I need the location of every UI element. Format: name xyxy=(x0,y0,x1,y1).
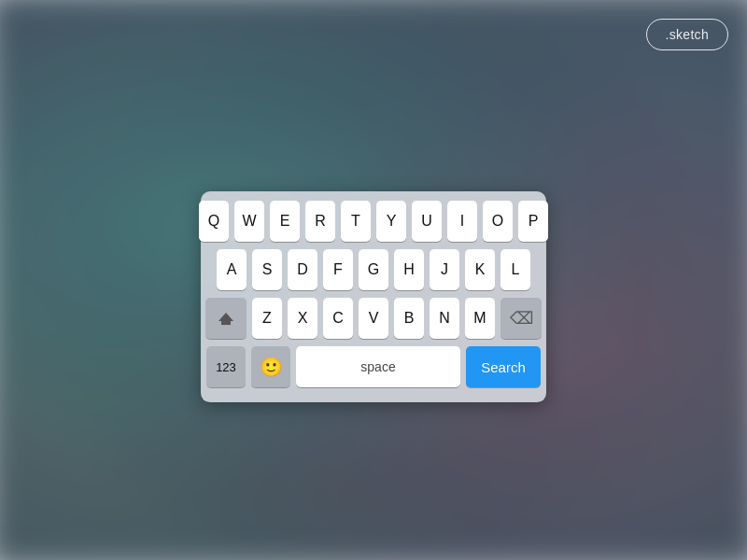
keyboard-row-4: 123 🙂 space Search xyxy=(206,346,541,387)
key-p[interactable]: P xyxy=(518,201,548,242)
key-m[interactable]: M xyxy=(465,298,495,339)
key-k[interactable]: K xyxy=(465,249,495,290)
key-n[interactable]: N xyxy=(430,298,459,339)
key-b[interactable]: B xyxy=(394,298,424,339)
key-l[interactable]: L xyxy=(500,249,530,290)
space-key[interactable]: space xyxy=(296,346,460,387)
key-f[interactable]: F xyxy=(323,249,353,290)
key-v[interactable]: V xyxy=(359,298,388,339)
key-d[interactable]: D xyxy=(288,249,317,290)
key-z[interactable]: Z xyxy=(252,298,282,339)
key-y[interactable]: Y xyxy=(376,201,406,242)
emoji-key[interactable]: 🙂 xyxy=(251,346,290,387)
key-q[interactable]: Q xyxy=(199,201,229,242)
key-a[interactable]: A xyxy=(217,249,247,290)
key-u[interactable]: U xyxy=(412,201,442,242)
numeric-key[interactable]: 123 xyxy=(206,346,246,387)
keyboard-row-1: Q W E R T Y U I O P xyxy=(206,201,541,242)
key-r[interactable]: R xyxy=(305,201,335,242)
key-c[interactable]: C xyxy=(323,298,353,339)
keyboard: Q W E R T Y U I O P A S D F G H J K L Z … xyxy=(201,191,546,402)
key-h[interactable]: H xyxy=(394,249,424,290)
keyboard-row-2: A S D F G H J K L xyxy=(206,249,541,290)
key-g[interactable]: G xyxy=(359,249,388,290)
key-x[interactable]: X xyxy=(288,298,317,339)
key-w[interactable]: W xyxy=(234,201,264,242)
shift-key[interactable] xyxy=(205,298,247,339)
backspace-icon: ⌫ xyxy=(510,308,533,329)
sketch-badge-button[interactable]: .sketch xyxy=(646,19,728,50)
backspace-key[interactable]: ⌫ xyxy=(500,298,542,339)
emoji-icon: 🙂 xyxy=(260,356,283,378)
shift-icon xyxy=(218,313,233,325)
key-t[interactable]: T xyxy=(341,201,371,242)
keyboard-row-3: Z X C V B N M ⌫ xyxy=(206,298,541,339)
key-e[interactable]: E xyxy=(270,201,300,242)
key-o[interactable]: O xyxy=(483,201,513,242)
search-key[interactable]: Search xyxy=(466,346,541,387)
key-j[interactable]: J xyxy=(430,249,459,290)
key-i[interactable]: I xyxy=(447,201,477,242)
key-s[interactable]: S xyxy=(252,249,282,290)
